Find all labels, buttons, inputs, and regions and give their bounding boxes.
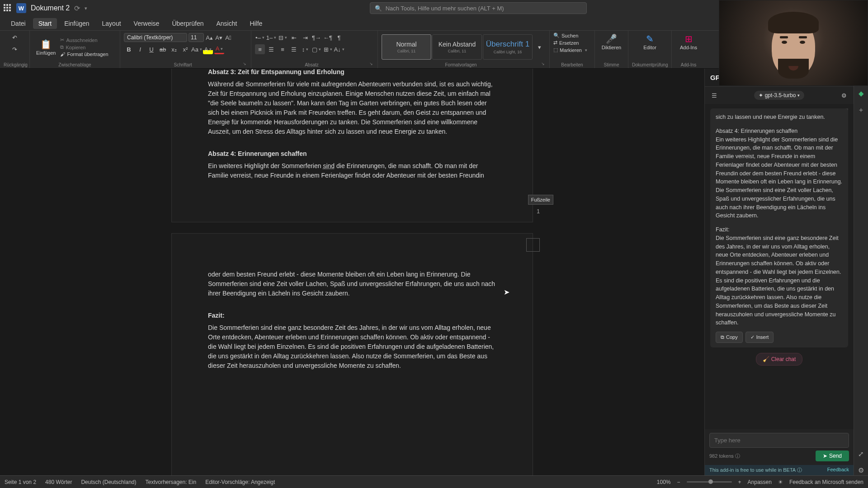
numbering-button[interactable]: 1–	[266, 33, 276, 42]
style-normal[interactable]: NormalCalibri, 11	[382, 34, 431, 60]
brightness-icon[interactable]: ☀	[778, 479, 783, 485]
shading-button[interactable]: ▢	[311, 44, 321, 54]
status-editor[interactable]: Editor-Vorschläge: Angezeigt	[205, 479, 275, 485]
superscript-button[interactable]: x²	[180, 44, 190, 54]
search-input[interactable]: 🔍 Nach Tools, Hilfe und mehr suchen (ALT…	[370, 2, 587, 14]
tab-datei[interactable]: Datei	[5, 18, 31, 29]
show-marks-button[interactable]: ¶	[334, 33, 344, 42]
status-language[interactable]: Deutsch (Deutschland)	[81, 479, 136, 485]
style-überschrift-1[interactable]: Überschrift 1Calibri Light, 16	[483, 34, 533, 60]
tab-start[interactable]: Start	[33, 18, 57, 29]
feedback-link[interactable]: Feedback	[827, 467, 849, 474]
dictate-button[interactable]: 🎤Diktieren	[599, 33, 624, 51]
para-dialog-launcher[interactable]: ↘	[368, 61, 374, 67]
send-button[interactable]: ➤Send	[816, 450, 849, 461]
align-justify-button[interactable]: ☰	[289, 44, 299, 54]
sort-button[interactable]: A↓	[334, 44, 344, 54]
clear-format-button[interactable]: A⃠	[224, 33, 232, 42]
bold-button[interactable]: B	[124, 44, 134, 54]
zoom-slider[interactable]	[687, 481, 732, 483]
info-icon[interactable]: ⓘ	[735, 453, 740, 459]
status-zoom-pct[interactable]: 100%	[657, 479, 671, 485]
rail-gear-icon[interactable]: ⚙	[856, 465, 866, 475]
status-page[interactable]: Seite 1 von 2	[5, 479, 36, 485]
gpt-chat-scroll[interactable]: ▴ sich zu lassen und neue Energie zu tan…	[705, 104, 854, 429]
font-dialog-launcher[interactable]: ↘	[242, 61, 247, 67]
app-launcher-icon[interactable]	[4, 4, 12, 12]
subscript-button[interactable]: x₂	[169, 44, 179, 54]
model-select[interactable]: ✦gpt-3.5-turbo▾	[754, 91, 805, 100]
page-2[interactable]: oder dem besten Freund erlebt - diese Mo…	[171, 233, 533, 475]
webcam-overlay	[719, 0, 868, 86]
multilevel-button[interactable]: ⊟	[278, 33, 288, 42]
strike-button[interactable]: ab	[158, 44, 168, 54]
style-kein-abstand[interactable]: Kein AbstandCalibri, 11	[432, 34, 482, 60]
change-case-button[interactable]: Aa	[192, 44, 202, 54]
settings-button[interactable]: ⚙	[839, 90, 849, 100]
beta-notice: This add-in is free to use while in BETA…	[705, 465, 854, 475]
chat-input[interactable]	[709, 433, 849, 448]
outdent-button[interactable]: ⇤	[289, 33, 299, 42]
zoom-out-button[interactable]: −	[677, 479, 680, 485]
tab-layout[interactable]: Layout	[97, 18, 127, 29]
tab-überprüfen[interactable]: Überprüfen	[166, 18, 209, 29]
footer-label[interactable]: Fußzeile	[528, 195, 553, 205]
style-gallery[interactable]: NormalCalibri, 11Kein AbstandCalibri, 11…	[382, 34, 533, 60]
replace-button[interactable]: ⇄Ersetzen	[553, 40, 591, 46]
page-1[interactable]: Absatz 3: Zeit für Entspannung und Erhol…	[171, 69, 533, 222]
menu-button[interactable]: ☰	[709, 90, 719, 100]
info-icon[interactable]: ⓘ	[797, 467, 802, 473]
indent-button[interactable]: ⇥	[300, 33, 310, 42]
styles-more-button[interactable]: ▾	[534, 42, 544, 52]
clear-chat-button[interactable]: 🧹Clear chat	[756, 353, 803, 366]
rail-add-button[interactable]: ＋	[856, 105, 866, 115]
rtl-button[interactable]: ←¶	[323, 33, 333, 42]
tab-ansicht[interactable]: Ansicht	[211, 18, 242, 29]
header-placeholder[interactable]	[526, 238, 540, 252]
select-button[interactable]: ⬚Markieren	[553, 47, 591, 53]
borders-button[interactable]: ⊞	[323, 44, 333, 54]
copy-button[interactable]: ⧉Kopieren	[60, 44, 108, 50]
ms-feedback-link[interactable]: Feedback an Microsoft senden	[789, 479, 863, 485]
align-right-button[interactable]: ≡	[278, 44, 288, 54]
bullets-button[interactable]: •–	[255, 33, 265, 42]
italic-button[interactable]: I	[135, 44, 145, 54]
copy-button[interactable]: ⧉Copy	[716, 332, 743, 343]
align-left-button[interactable]: ≡	[255, 44, 265, 54]
group-para-label: Absatz	[255, 62, 368, 67]
tab-verweise[interactable]: Verweise	[128, 18, 165, 29]
cut-button[interactable]: ✂Ausschneiden	[60, 37, 108, 43]
styles-dialog-launcher[interactable]: ↘	[540, 61, 546, 67]
font-color-button[interactable]: A	[214, 44, 224, 54]
status-prediction[interactable]: Textvorhersagen: Ein	[145, 479, 196, 485]
undo-button[interactable]: ↶	[10, 33, 20, 42]
dropdown-icon[interactable]: ▾	[85, 5, 87, 11]
scissors-icon: ✂	[60, 37, 64, 43]
redo-button[interactable]: ↷	[10, 44, 20, 54]
insert-button[interactable]: ✓Insert	[745, 332, 774, 343]
status-words[interactable]: 480 Wörter	[45, 479, 72, 485]
decrease-font-button[interactable]: A▾	[215, 33, 223, 42]
find-button[interactable]: 🔍Suchen	[553, 33, 591, 38]
paste-button[interactable]: 📋 Einfügen	[33, 38, 58, 56]
autosave-icon[interactable]: ⟳	[74, 4, 80, 13]
format-painter-button[interactable]: 🖌Format übertragen	[60, 52, 108, 57]
increase-font-button[interactable]: A▴	[205, 33, 213, 42]
ltr-button[interactable]: ¶→	[311, 33, 321, 42]
tab-einfügen[interactable]: Einfügen	[59, 18, 94, 29]
highlight-button[interactable]: A	[203, 44, 213, 54]
document-canvas[interactable]: Absatz 3: Zeit für Entspannung und Erhol…	[0, 69, 704, 475]
document-title[interactable]: Dokument 2	[31, 4, 70, 12]
zoom-in-button[interactable]: +	[738, 479, 741, 485]
underline-button[interactable]: U	[146, 44, 156, 54]
align-center-button[interactable]: ☰	[266, 44, 276, 54]
line-spacing-button[interactable]: ↕	[300, 44, 310, 54]
addins-button[interactable]: ⊞Add-Ins	[675, 33, 702, 51]
editor-button[interactable]: ✎Editor	[632, 33, 668, 51]
tab-hilfe[interactable]: Hilfe	[244, 18, 268, 29]
fit-button[interactable]: Anpassen	[748, 479, 772, 485]
rail-other-icon[interactable]: ◆	[856, 89, 866, 99]
font-size-select[interactable]	[189, 33, 204, 42]
rail-expand-icon[interactable]: ⤢	[856, 449, 866, 459]
font-family-select[interactable]	[124, 33, 187, 42]
